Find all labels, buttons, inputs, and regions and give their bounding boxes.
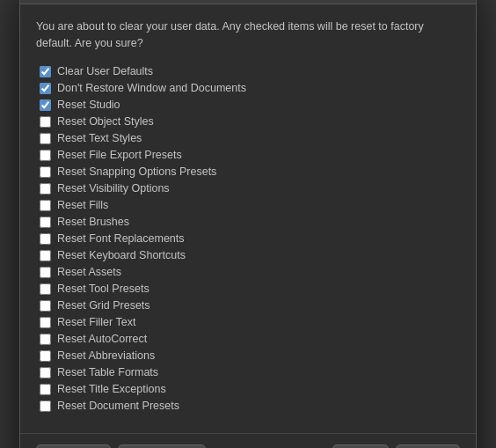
checkbox-item-clear-user-defaults[interactable]: Clear User Defaults [36, 63, 460, 79]
clear-user-data-dialog: Clear User Data You are about to clear y… [19, 0, 477, 448]
cancel-button[interactable]: Cancel [396, 444, 460, 448]
checkbox-list: Clear User DefaultsDon't Restore Window … [36, 63, 460, 414]
checkbox-label-reset-grid-presets[interactable]: Reset Grid Presets [57, 299, 150, 312]
checkbox-label-reset-document-presets[interactable]: Reset Document Presets [57, 400, 179, 412]
checkbox-label-reset-abbreviations[interactable]: Reset Abbreviations [57, 349, 155, 362]
checkbox-reset-assets[interactable] [40, 267, 51, 278]
checkbox-item-reset-filler-text[interactable]: Reset Filler Text [36, 314, 460, 330]
checkbox-reset-text-styles[interactable] [40, 133, 51, 144]
select-all-button[interactable]: Select All [36, 444, 111, 448]
checkbox-item-reset-object-styles[interactable]: Reset Object Styles [36, 114, 460, 129]
checkbox-label-reset-visibility-options[interactable]: Reset Visibility Options [57, 182, 170, 195]
checkbox-item-reset-document-presets[interactable]: Reset Document Presets [36, 398, 460, 414]
checkbox-reset-visibility-options[interactable] [40, 183, 51, 195]
checkbox-item-reset-visibility-options[interactable]: Reset Visibility Options [36, 180, 460, 196]
footer-right: Clear Cancel [332, 444, 460, 448]
checkbox-reset-fills[interactable] [40, 200, 51, 211]
checkbox-reset-brushes[interactable] [40, 217, 51, 228]
checkbox-item-reset-assets[interactable]: Reset Assets [36, 264, 460, 280]
checkbox-item-reset-text-styles[interactable]: Reset Text Styles [36, 130, 460, 146]
checkbox-item-reset-font-replacements[interactable]: Reset Font Replacements [36, 231, 460, 246]
checkbox-label-clear-user-defaults[interactable]: Clear User Defaults [57, 65, 153, 77]
checkbox-item-reset-studio[interactable]: Reset Studio [36, 97, 460, 113]
deselect-all-button[interactable]: Deselect All [118, 444, 205, 448]
checkbox-label-reset-snapping-options-presets[interactable]: Reset Snapping Options Presets [57, 165, 216, 178]
dialog-body: You are about to clear your user data. A… [20, 4, 476, 425]
checkbox-dont-restore-window[interactable] [40, 83, 51, 94]
checkbox-reset-font-replacements[interactable] [40, 233, 51, 245]
checkbox-reset-studio[interactable] [40, 99, 51, 111]
checkbox-label-reset-autocorrect[interactable]: Reset AutoCorrect [57, 333, 147, 345]
checkbox-item-reset-table-formats[interactable]: Reset Table Formats [36, 364, 460, 380]
checkbox-item-reset-autocorrect[interactable]: Reset AutoCorrect [36, 331, 460, 347]
checkbox-reset-keyboard-shortcuts[interactable] [40, 250, 51, 261]
checkbox-label-dont-restore-window[interactable]: Don't Restore Window and Documents [57, 82, 246, 94]
checkbox-reset-title-exceptions[interactable] [40, 384, 51, 395]
checkbox-label-reset-studio[interactable]: Reset Studio [57, 99, 120, 111]
checkbox-reset-filler-text[interactable] [40, 317, 51, 328]
checkbox-label-reset-filler-text[interactable]: Reset Filler Text [57, 316, 135, 328]
checkbox-item-reset-brushes[interactable]: Reset Brushes [36, 214, 460, 230]
checkbox-item-dont-restore-window[interactable]: Don't Restore Window and Documents [36, 80, 460, 96]
checkbox-label-reset-assets[interactable]: Reset Assets [57, 266, 121, 278]
checkbox-reset-file-export-presets[interactable] [40, 150, 51, 161]
checkbox-item-reset-fills[interactable]: Reset Fills [36, 197, 460, 213]
dialog-footer: Select All Deselect All Clear Cancel [20, 433, 476, 448]
checkbox-reset-object-styles[interactable] [40, 116, 51, 128]
checkbox-label-reset-text-styles[interactable]: Reset Text Styles [57, 132, 142, 144]
checkbox-reset-tool-presets[interactable] [40, 283, 51, 295]
checkbox-reset-autocorrect[interactable] [40, 334, 51, 345]
checkbox-reset-abbreviations[interactable] [40, 350, 51, 362]
checkbox-item-reset-grid-presets[interactable]: Reset Grid Presets [36, 297, 460, 313]
footer-left: Select All Deselect All [36, 444, 206, 448]
checkbox-label-reset-keyboard-shortcuts[interactable]: Reset Keyboard Shortcuts [57, 249, 186, 261]
checkbox-label-reset-tool-presets[interactable]: Reset Tool Presets [57, 283, 150, 295]
checkbox-item-reset-tool-presets[interactable]: Reset Tool Presets [36, 281, 460, 297]
clear-button[interactable]: Clear [332, 444, 389, 448]
checkbox-item-reset-title-exceptions[interactable]: Reset Title Exceptions [36, 381, 460, 397]
checkbox-label-reset-brushes[interactable]: Reset Brushes [57, 216, 129, 228]
checkbox-reset-grid-presets[interactable] [40, 300, 51, 312]
checkbox-label-reset-fills[interactable]: Reset Fills [57, 199, 108, 211]
checkbox-reset-snapping-options-presets[interactable] [40, 166, 51, 178]
checkbox-label-reset-object-styles[interactable]: Reset Object Styles [57, 115, 154, 128]
checkbox-label-reset-font-replacements[interactable]: Reset Font Replacements [57, 232, 185, 245]
checkbox-reset-table-formats[interactable] [40, 367, 51, 378]
checkbox-item-reset-keyboard-shortcuts[interactable]: Reset Keyboard Shortcuts [36, 247, 460, 263]
checkbox-label-reset-title-exceptions[interactable]: Reset Title Exceptions [57, 383, 166, 395]
checkbox-item-reset-abbreviations[interactable]: Reset Abbreviations [36, 348, 460, 364]
checkbox-item-reset-snapping-options-presets[interactable]: Reset Snapping Options Presets [36, 164, 460, 180]
description-text: You are about to clear your user data. A… [36, 18, 460, 52]
checkbox-item-reset-file-export-presets[interactable]: Reset File Export Presets [36, 147, 460, 163]
checkbox-clear-user-defaults[interactable] [40, 66, 51, 77]
checkbox-label-reset-table-formats[interactable]: Reset Table Formats [57, 366, 158, 378]
checkbox-label-reset-file-export-presets[interactable]: Reset File Export Presets [57, 149, 182, 161]
checkbox-reset-document-presets[interactable] [40, 400, 51, 412]
